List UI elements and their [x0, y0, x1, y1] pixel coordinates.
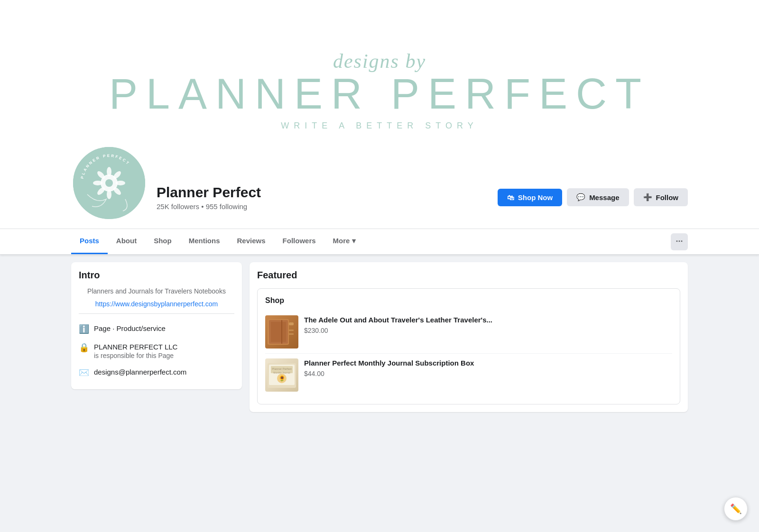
svg-text:Planner Perfect: Planner Perfect [272, 367, 292, 370]
featured-area: Featured Shop [250, 262, 688, 412]
header-wrapper: designs by PLANNER PERFECT WRITE A BETTE… [0, 0, 759, 255]
main-content: Intro Planners and Journals for Traveler… [71, 262, 688, 412]
nav-bar: Posts About Shop Mentions Reviews Follow… [0, 229, 759, 254]
intro-email: designs@plannerperfect.com [94, 367, 186, 377]
info-icon: ℹ️ [79, 324, 89, 334]
following-count: 955 following [206, 202, 248, 211]
avatar-inner: PLANNER PERFECT [73, 147, 145, 219]
shop-item-1-info: The Adele Out and About Traveler's Leath… [304, 315, 672, 334]
tab-about[interactable]: About [108, 229, 145, 254]
shield-icon: 🔒 [79, 342, 89, 353]
email-icon: ✉️ [79, 367, 89, 378]
cover-script-text: designs by [333, 50, 426, 73]
profile-row: PLANNER PERFECT [71, 166, 688, 229]
intro-card: Intro Planners and Journals for Traveler… [71, 262, 242, 389]
message-button[interactable]: 💬 Message [567, 188, 629, 206]
message-label: Message [589, 193, 619, 202]
intro-description: Planners and Journals for Travelers Note… [79, 286, 234, 296]
tab-posts[interactable]: Posts [71, 229, 108, 254]
shop-item-1-name: The Adele Out and About Traveler's Leath… [304, 315, 672, 325]
svg-text:🌻: 🌻 [278, 375, 286, 382]
cover-area: designs by PLANNER PERFECT WRITE A BETTE… [0, 0, 759, 255]
intro-title: Intro [79, 270, 234, 281]
svg-rect-17 [289, 330, 294, 331]
stats-separator: • [201, 202, 205, 211]
intro-link[interactable]: https://www.designsbyplannerperfect.com [79, 300, 234, 308]
svg-rect-14 [271, 322, 286, 342]
svg-rect-16 [289, 322, 294, 325]
nav-tabs: Posts About Shop Mentions Reviews Follow… [71, 229, 364, 254]
profile-stats: 25K followers • 955 following [157, 202, 488, 211]
intro-item-page-type: ℹ️ Page · Product/service [79, 320, 234, 338]
intro-page-type-text: Page · Product/service [94, 323, 166, 333]
cover-main-title: PLANNER PERFECT [109, 73, 650, 115]
shop-bag-icon: 🛍 [507, 193, 514, 202]
intro-company-info: PLANNER PERFECT LLC is responsible for t… [94, 342, 177, 359]
messenger-icon: 💬 [576, 193, 585, 202]
follow-plus-icon: ➕ [643, 193, 652, 202]
intro-company-sub: is responsible for this Page [94, 352, 177, 359]
profile-info: Planner Perfect 25K followers • 955 foll… [157, 184, 488, 211]
page-wrapper: designs by PLANNER PERFECT WRITE A BETTE… [0, 0, 759, 532]
shop-now-button[interactable]: 🛍 Shop Now [498, 189, 562, 206]
follow-label: Follow [656, 193, 679, 202]
svg-text:Monthly Journal: Monthly Journal [273, 371, 290, 374]
nav-more-options-button[interactable]: ··· [671, 233, 688, 250]
nav-inner: Posts About Shop Mentions Reviews Follow… [71, 229, 688, 254]
ellipsis-icon: ··· [676, 237, 683, 247]
shop-item-1-image [265, 315, 298, 349]
intro-company-name: PLANNER PERFECT LLC [94, 342, 177, 352]
avatar: PLANNER PERFECT [71, 145, 147, 221]
svg-point-5 [107, 190, 111, 199]
follow-button[interactable]: ➕ Follow [634, 188, 688, 206]
intro-divider [79, 313, 234, 314]
shop-item-2-name: Planner Perfect Monthly Journal Subscrip… [304, 358, 672, 368]
shop-section: Shop [257, 288, 680, 404]
tab-mentions[interactable]: Mentions [180, 229, 229, 254]
shop-item-1-price: $230.00 [304, 327, 672, 334]
followers-count: 25K followers [157, 202, 199, 211]
cover-image: designs by PLANNER PERFECT WRITE A BETTE… [71, 14, 688, 166]
featured-card: Featured Shop [250, 262, 688, 412]
avatar-svg: PLANNER PERFECT [73, 147, 145, 219]
shop-item-2-image: 🌻 Planner Perfect Monthly Journal [265, 358, 298, 392]
shop-section-title: Shop [265, 296, 672, 305]
svg-rect-18 [289, 333, 294, 335]
sidebar: Intro Planners and Journals for Traveler… [71, 262, 242, 412]
intro-item-company: 🔒 PLANNER PERFECT LLC is responsible for… [79, 338, 234, 363]
tab-shop[interactable]: Shop [145, 229, 180, 254]
svg-point-7 [116, 181, 125, 185]
profile-name: Planner Perfect [157, 184, 488, 201]
profile-actions: 🛍 Shop Now 💬 Message ➕ Follow [498, 188, 688, 206]
svg-point-6 [93, 181, 102, 185]
leather-notebook-svg [265, 315, 298, 349]
shop-item-2-price: $44.00 [304, 370, 672, 377]
shop-item-2-info: Planner Perfect Monthly Journal Subscrip… [304, 358, 672, 377]
edit-float-button[interactable]: ✏️ [724, 497, 748, 521]
shop-now-label: Shop Now [518, 193, 553, 202]
svg-point-3 [105, 179, 113, 187]
tab-followers[interactable]: Followers [274, 229, 324, 254]
journal-box-svg: 🌻 Planner Perfect Monthly Journal [265, 358, 298, 392]
edit-icon: ✏️ [730, 503, 742, 514]
tab-reviews[interactable]: Reviews [229, 229, 274, 254]
intro-item-email: ✉️ designs@plannerperfect.com [79, 363, 234, 382]
shop-item-2[interactable]: 🌻 Planner Perfect Monthly Journal Planne… [265, 354, 672, 396]
svg-point-4 [107, 167, 111, 176]
tab-more[interactable]: More ▾ [324, 229, 364, 254]
shop-item-1[interactable]: The Adele Out and About Traveler's Leath… [265, 311, 672, 354]
cover-tagline: WRITE A BETTER STORY [281, 121, 478, 131]
featured-title: Featured [257, 270, 680, 281]
